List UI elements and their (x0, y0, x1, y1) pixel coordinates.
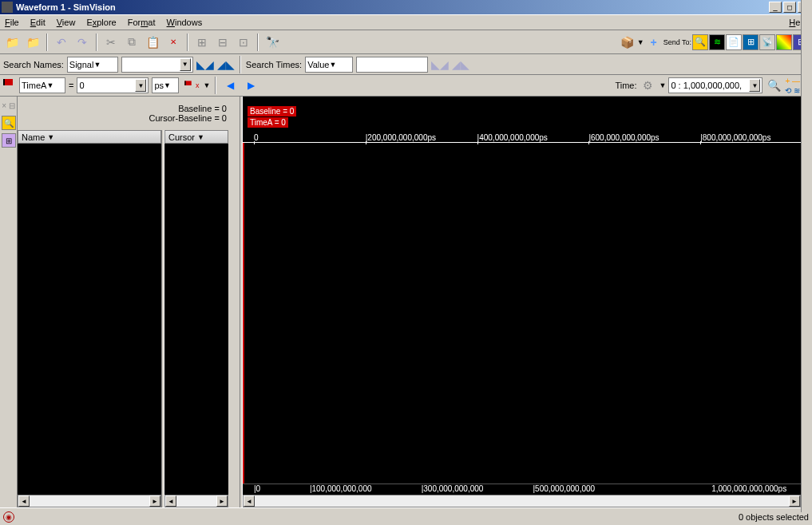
flag-icon[interactable] (3, 79, 16, 92)
scroll-track[interactable] (176, 495, 216, 507)
cursor-column-label: Cursor (168, 132, 195, 142)
separator (96, 34, 97, 51)
waveform-pane: Baseline = 0 TimeA = 0 0|200,000,000,000… (243, 97, 801, 507)
add-icon[interactable]: + (645, 34, 663, 51)
separator (215, 77, 216, 94)
menu-edit[interactable]: Edit (30, 18, 46, 27)
waveform-canvas[interactable] (243, 143, 801, 484)
ruler-tick: |300,000,000,000 (422, 484, 484, 493)
scroll-track[interactable] (255, 495, 789, 507)
sort-icon: ▼ (197, 133, 204, 141)
ruler-tick: 1,000,000,000,000ps (711, 484, 786, 493)
scroll-right-icon[interactable]: ► (149, 495, 160, 507)
sendto-waveform-icon[interactable]: ≋ (709, 34, 725, 50)
name-list[interactable] (18, 144, 161, 495)
sendto-memory-icon[interactable] (776, 34, 792, 50)
search-names-mode-text: Signal (69, 60, 94, 69)
ungroup-icon[interactable]: ⊟ (214, 34, 232, 51)
cut-icon[interactable]: ✂ (102, 34, 120, 51)
copy-icon[interactable]: ⧉ (123, 34, 141, 51)
undo-icon[interactable]: ↶ (53, 34, 70, 51)
cursor-list[interactable] (164, 144, 228, 495)
scroll-left-icon[interactable]: ◄ (244, 495, 255, 507)
name-scroll[interactable]: ◄ ► (18, 495, 161, 507)
flag-remove-icon[interactable]: x (182, 77, 200, 94)
scroll-track[interactable] (30, 495, 149, 507)
cursor-value-input[interactable]: 0 ▼ (77, 77, 149, 93)
cursor-column-header[interactable]: Cursor ▼ (164, 130, 228, 144)
sendto-design-icon[interactable]: 🔍 (692, 34, 708, 50)
chevron-down-icon[interactable]: ▼ (660, 81, 667, 89)
separator (240, 56, 241, 73)
search-time-next-icon[interactable]: ◢◣ (452, 56, 469, 73)
waveform-scroll[interactable]: ◄ ► (243, 495, 801, 507)
cursor-unit-select[interactable]: ps ▼ (152, 77, 179, 93)
name-column-header[interactable]: Name ▼ (18, 130, 161, 144)
search-prev-icon[interactable]: ◣◢ (196, 56, 214, 73)
scroll-right-icon[interactable]: ► (216, 495, 228, 507)
search-next-icon[interactable]: ◢◣ (217, 56, 235, 73)
chevron-down-icon[interactable]: ▼ (180, 58, 191, 71)
scroll-left-icon[interactable]: ◄ (18, 495, 30, 507)
open-icon[interactable] (3, 34, 21, 51)
ruler-tick: |800,000,000,000ps (700, 133, 770, 142)
side-close-icon[interactable]: × ⊟ (2, 98, 16, 112)
separator (187, 34, 188, 51)
sendto-schematic-icon[interactable]: ⊞ (743, 34, 759, 50)
time-lock-icon[interactable]: ⚙ (640, 77, 657, 94)
cursor-name-select[interactable]: TimeA ▼ (19, 77, 65, 93)
ruler-tick: |400,000,000,000ps (477, 133, 548, 142)
sendto-signal-icon[interactable]: 📡 (759, 34, 775, 50)
side-search-icon[interactable]: 🔍 (2, 116, 16, 130)
chevron-down-icon[interactable]: ▼ (203, 81, 210, 89)
search-names-mode[interactable]: Signal ▼ (67, 57, 118, 73)
minimize-button[interactable]: _ (769, 2, 782, 13)
app-icon (2, 2, 13, 13)
status-icon[interactable]: ◉ (3, 511, 14, 523)
menu-view[interactable]: View (57, 18, 76, 27)
chevron-down-icon[interactable]: ▼ (749, 79, 760, 92)
package-icon[interactable]: 📦 (619, 34, 636, 51)
sendto-source-icon[interactable]: 📄 (726, 34, 742, 50)
delete-icon[interactable] (164, 34, 182, 51)
status-selected: 0 objects selected (739, 512, 809, 522)
expand-icon[interactable]: ⊡ (235, 34, 252, 51)
search-times-mode[interactable]: Value ▼ (305, 57, 353, 73)
cursor-unit-text: ps (154, 81, 164, 90)
maximize-button[interactable]: □ (783, 2, 796, 13)
zoom-fit-icon[interactable]: 🔍 (765, 77, 782, 94)
paste-icon[interactable]: 📋 (144, 34, 161, 51)
scroll-left-icon[interactable]: ◄ (165, 495, 176, 507)
binoculars-icon[interactable]: 🔭 (263, 34, 281, 51)
side-design-icon[interactable]: ⊞ (2, 133, 16, 148)
search-names-input[interactable]: ▼ (121, 57, 193, 73)
time-range-input[interactable]: 0 : 1,000,000,000, ▼ (668, 77, 762, 93)
window-title: Waveform 1 - SimVision (16, 2, 116, 12)
baseline-label: Baseline = 0 (22, 104, 235, 113)
cursor-name-text: TimeA (22, 81, 46, 90)
group-icon[interactable]: ⊞ (193, 34, 211, 51)
menu-file[interactable]: File (5, 18, 19, 27)
sendto-label: Send To: (663, 38, 691, 46)
search-times-input[interactable] (356, 57, 428, 73)
sendto-group: 📦 ▼ + Send To: 🔍 ≋ 📄 ⊞ 📡 ⊞ (619, 34, 809, 51)
menu-windows[interactable]: Windows (167, 18, 203, 27)
menubar: File Edit View Explore Format Windows He… (0, 14, 812, 30)
scroll-right-icon[interactable]: ► (789, 495, 800, 507)
menu-explore[interactable]: Explore (86, 18, 116, 27)
cursor-scroll[interactable]: ◄ ► (164, 495, 228, 507)
menu-format[interactable]: Format (128, 18, 156, 27)
prev-edge-icon[interactable] (221, 77, 239, 94)
search-bar: Search Names: Signal ▼ ▼ ◣◢ ◢◣ Search Ti… (0, 54, 812, 75)
cursor-value-text: 0 (79, 81, 133, 90)
redo-icon[interactable]: ↷ (73, 34, 91, 51)
bottom-ruler[interactable]: |0|100,000,000,000|300,000,000,000|500,0… (243, 484, 801, 495)
vertical-scrollbar[interactable] (801, 97, 812, 507)
dropdown-arrow-icon[interactable]: ▼ (637, 38, 644, 46)
open-database-icon[interactable] (24, 34, 42, 51)
search-time-prev-icon[interactable]: ◣◢ (431, 56, 449, 73)
chevron-down-icon[interactable]: ▼ (135, 79, 146, 92)
name-column: Name ▼ ◄ ► (18, 130, 161, 507)
next-edge-icon[interactable] (242, 77, 259, 94)
top-ruler[interactable]: 0|200,000,000,000ps|400,000,000,000ps|60… (243, 130, 801, 143)
